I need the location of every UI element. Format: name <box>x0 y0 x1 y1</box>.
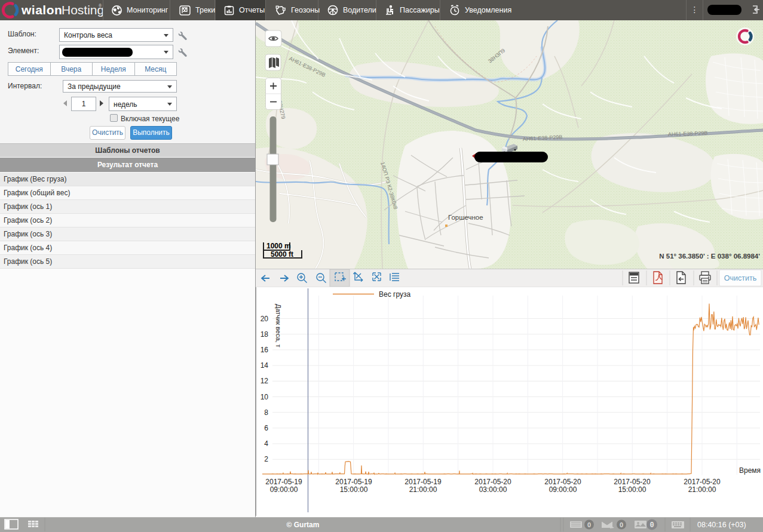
svg-text:2017-05-20: 2017-05-20 <box>614 478 651 486</box>
svg-text:®: ® <box>99 4 102 8</box>
svg-text:0: 0 <box>620 521 623 528</box>
svg-text:14: 14 <box>261 361 269 370</box>
svg-text:2017-05-20: 2017-05-20 <box>684 478 721 486</box>
svg-text:15:00:00: 15:00:00 <box>618 485 646 494</box>
svg-text:0: 0 <box>649 521 654 530</box>
svg-text:15:00:00: 15:00:00 <box>340 485 368 494</box>
svg-text:03:00:00: 03:00:00 <box>479 485 507 494</box>
svg-text:12: 12 <box>261 377 269 385</box>
svg-text:18: 18 <box>261 330 269 339</box>
svg-text:© Gurtam: © Gurtam <box>287 521 320 529</box>
svg-text:2017-05-20: 2017-05-20 <box>474 478 511 486</box>
svg-text:Датчик веса, т: Датчик веса, т <box>275 304 282 348</box>
svg-text:5000 ft: 5000 ft <box>271 250 293 259</box>
svg-text:0: 0 <box>587 521 591 528</box>
svg-text:09:00:00: 09:00:00 <box>270 485 298 494</box>
svg-text:21:00:00: 21:00:00 <box>409 485 437 494</box>
svg-text:6: 6 <box>264 424 268 432</box>
svg-text:Hosting: Hosting <box>62 3 103 17</box>
svg-text:Горшечное: Горшечное <box>448 214 483 221</box>
svg-text:2: 2 <box>264 455 268 463</box>
svg-text:2017-05-19: 2017-05-19 <box>335 478 372 486</box>
svg-text:Очистить: Очистить <box>724 274 756 282</box>
svg-text:Время: Время <box>739 466 761 475</box>
svg-text:1000 m: 1000 m <box>266 242 291 250</box>
svg-text:2017-05-20: 2017-05-20 <box>544 478 581 486</box>
svg-text:N 51° 36.3850' : E 038° 06.898: N 51° 36.3850' : E 038° 06.8984' <box>659 253 760 260</box>
svg-text:16: 16 <box>261 346 269 354</box>
svg-text:4: 4 <box>264 439 268 448</box>
svg-text:2017-05-19: 2017-05-19 <box>265 478 302 486</box>
svg-text:wialon: wialon <box>21 3 62 17</box>
svg-text:10: 10 <box>261 393 269 401</box>
svg-text:Вес груза: Вес груза <box>379 290 410 299</box>
svg-text:20: 20 <box>261 315 269 323</box>
svg-text:8: 8 <box>264 408 268 417</box>
svg-text:09:00:00: 09:00:00 <box>549 485 577 494</box>
svg-text:2017-05-19: 2017-05-19 <box>405 478 442 486</box>
svg-text:21:00:00: 21:00:00 <box>688 485 716 494</box>
svg-text:08:40:16 (+03): 08:40:16 (+03) <box>697 521 746 529</box>
